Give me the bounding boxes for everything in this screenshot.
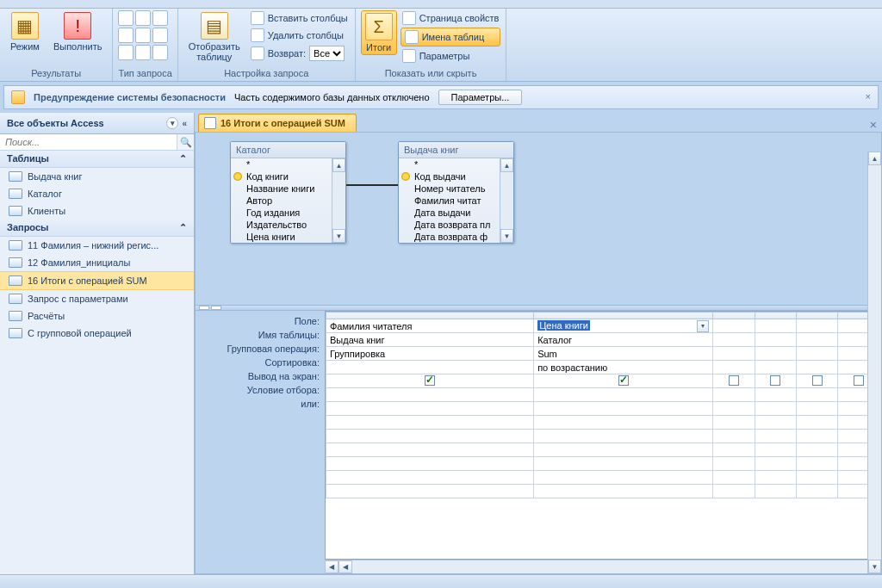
vertical-scrollbar[interactable]: ▲ ▼ (867, 152, 881, 573)
scroll-down-icon[interactable]: ▼ (868, 560, 881, 573)
nav-item-table[interactable]: Каталог (0, 185, 194, 202)
grid-cell[interactable] (534, 457, 713, 471)
insert-columns-button[interactable]: Вставить столбцы (249, 10, 350, 26)
nav-search-input[interactable] (0, 134, 177, 150)
grid-cell[interactable]: Фамилия читателя (326, 319, 534, 333)
nav-header[interactable]: Все объекты Access ▾ « (0, 113, 194, 134)
grid-cell[interactable]: Sum (534, 347, 713, 361)
nav-category-tables[interactable]: Таблицы⌃ (0, 151, 194, 168)
parameters-button[interactable]: Параметры (401, 48, 501, 64)
nav-item-table[interactable]: Клиенты (0, 202, 194, 220)
grid-cell[interactable] (713, 471, 755, 485)
grid-cell[interactable] (797, 333, 838, 347)
grid-cell[interactable] (797, 374, 838, 388)
grid-cell[interactable] (797, 471, 838, 485)
tables-diagram-area[interactable]: Каталог * Код книгиНазвание книгиАвторГо… (196, 133, 881, 305)
grid-cell[interactable] (713, 416, 755, 430)
show-checkbox[interactable] (618, 375, 629, 386)
grid-cell[interactable] (326, 485, 534, 498)
scroll-left-icon[interactable]: ◀ (339, 560, 352, 573)
document-close-button[interactable]: × (870, 118, 877, 132)
scroll-down-icon[interactable]: ▼ (332, 229, 345, 243)
nav-item-query[interactable]: С групповой операцией (0, 325, 194, 342)
security-close-button[interactable]: × (866, 91, 871, 102)
grid-cell[interactable]: по возрастанию (534, 361, 713, 374)
grid-cell[interactable] (326, 416, 534, 430)
grid-cell[interactable]: Каталог (534, 333, 713, 347)
column-header[interactable] (713, 313, 755, 319)
field-item[interactable]: Номер читатель (399, 183, 513, 195)
grid-cell[interactable] (797, 388, 838, 402)
grid-cell[interactable]: Цена книги▾ (534, 319, 713, 333)
scroll-left-icon[interactable]: ◀ (325, 560, 339, 573)
column-header[interactable] (326, 313, 534, 319)
grid-cell[interactable] (326, 402, 534, 416)
design-grid[interactable]: Фамилия читателяЦена книги▾Выдача книгКа… (325, 311, 881, 560)
grid-cell[interactable] (755, 471, 796, 485)
nav-item-query[interactable]: 16 Итоги с операцией SUM (0, 271, 194, 290)
nav-item-query[interactable]: 11 Фамилия – нижний регис... (0, 237, 194, 254)
grid-cell[interactable] (713, 333, 755, 347)
query-type-buttons[interactable] (118, 10, 168, 60)
run-button[interactable]: ! Выполнить (48, 10, 107, 53)
grid-cell[interactable] (326, 374, 534, 388)
grid-cell[interactable] (326, 471, 534, 485)
grid-cell[interactable] (713, 457, 755, 471)
grid-cell[interactable] (797, 361, 838, 374)
field-star[interactable]: * (231, 158, 345, 170)
grid-cell[interactable] (713, 485, 755, 498)
field-star[interactable]: * (399, 158, 513, 170)
show-checkbox[interactable] (425, 375, 435, 386)
security-options-button[interactable]: Параметры... (438, 90, 523, 105)
show-table-button[interactable]: ▤ Отобразить таблицу (183, 10, 245, 64)
record-nav-buttons[interactable] (199, 306, 221, 310)
grid-cell[interactable] (755, 319, 796, 333)
nav-item-table[interactable]: Выдача книг (0, 168, 194, 185)
horizontal-scrollbar[interactable]: ◀ ◀ ▶ (325, 560, 881, 573)
grid-cell[interactable] (755, 347, 796, 361)
grid-cell[interactable] (534, 443, 713, 457)
grid-cell[interactable] (534, 388, 713, 402)
grid-cell[interactable] (755, 388, 796, 402)
field-item[interactable]: Название книги (231, 183, 345, 195)
show-checkbox[interactable] (854, 375, 864, 386)
grid-cell[interactable] (755, 430, 796, 443)
grid-cell[interactable] (534, 374, 713, 388)
grid-cell[interactable] (326, 361, 534, 374)
grid-cell[interactable] (755, 485, 796, 498)
totals-button[interactable]: Σ Итоги (361, 10, 397, 55)
grid-cell[interactable] (534, 402, 713, 416)
grid-cell[interactable] (755, 416, 796, 430)
mode-button[interactable]: ▦ Режим (5, 10, 45, 53)
grid-cell[interactable] (797, 347, 838, 361)
grid-cell[interactable] (797, 485, 838, 498)
grid-cell[interactable] (755, 443, 796, 457)
grid-cell[interactable] (713, 402, 755, 416)
table-box-issue[interactable]: Выдача книг * Код выдачиНомер читательФа… (398, 141, 514, 244)
grid-cell[interactable] (797, 443, 838, 457)
show-checkbox[interactable] (729, 375, 739, 386)
grid-cell[interactable] (326, 457, 534, 471)
field-item[interactable]: Дата возврата пл (399, 219, 513, 231)
nav-category-queries[interactable]: Запросы⌃ (0, 220, 194, 237)
grid-cell[interactable] (713, 319, 755, 333)
field-item[interactable]: Дата возврата ф (399, 231, 513, 243)
column-header[interactable] (755, 313, 796, 319)
grid-cell[interactable] (755, 402, 796, 416)
grid-cell[interactable] (534, 416, 713, 430)
field-item[interactable]: Код выдачи (399, 170, 513, 183)
grid-cell[interactable] (755, 333, 796, 347)
field-item[interactable]: Код книги (231, 170, 345, 183)
field-item[interactable]: Дата выдачи (399, 207, 513, 219)
scroll-up-icon[interactable]: ▲ (500, 158, 513, 172)
scroll-up-icon[interactable]: ▲ (868, 152, 881, 165)
grid-cell[interactable] (713, 374, 755, 388)
show-checkbox[interactable] (770, 375, 780, 386)
grid-cell[interactable] (713, 430, 755, 443)
grid-cell[interactable] (797, 430, 838, 443)
search-icon[interactable]: 🔍 (177, 134, 194, 150)
grid-cell[interactable] (534, 430, 713, 443)
delete-columns-button[interactable]: Удалить столбцы (249, 28, 350, 43)
return-combo[interactable]: Все (309, 46, 345, 61)
return-control[interactable]: Возврат: Все (249, 45, 350, 62)
